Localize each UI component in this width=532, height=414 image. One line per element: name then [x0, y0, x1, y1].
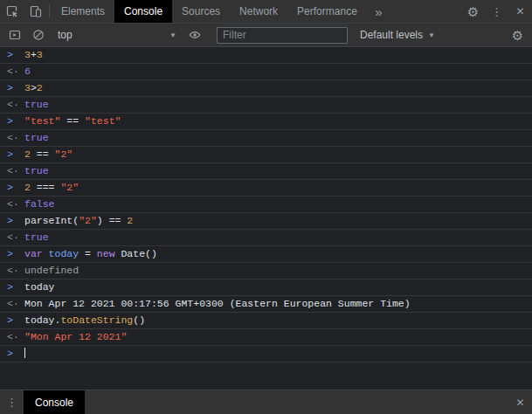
- tab-network[interactable]: Network: [230, 0, 287, 23]
- drawer-close-button[interactable]: ✕: [508, 390, 532, 414]
- console-result-row: <·true: [0, 130, 532, 147]
- inspect-cursor-icon: [5, 4, 19, 18]
- javascript-context-selector[interactable]: top ▼: [52, 26, 183, 44]
- drawer-bar: ⋮ Console ✕: [0, 390, 532, 414]
- log-levels-label: Default levels: [360, 29, 423, 41]
- console-input-row: >today: [0, 279, 532, 296]
- console-input-row: >parseInt("2") == 2: [0, 213, 532, 230]
- token: undefined: [24, 265, 79, 276]
- token: 6: [24, 66, 31, 77]
- token: ===: [31, 182, 61, 193]
- token: 2: [127, 215, 133, 226]
- token: 2: [24, 182, 31, 193]
- toolbar-divider: [49, 4, 50, 18]
- console-input-row: >var today = new Date(): [0, 246, 532, 263]
- token: 3: [24, 49, 31, 60]
- console-sidebar-icon: [8, 28, 22, 42]
- tab-elements[interactable]: Elements: [52, 0, 114, 23]
- settings-button[interactable]: ⚙: [461, 0, 485, 23]
- drawer-tab-console[interactable]: Console: [24, 390, 85, 414]
- text-cursor: [24, 348, 25, 358]
- console-message-text: Mon Apr 12 2021 00:17:56 GMT+0300 (Easte…: [24, 298, 525, 310]
- console-message-text: "Mon Apr 12 2021": [24, 331, 525, 343]
- tab-console[interactable]: Console: [114, 0, 172, 23]
- drawer-menu-button[interactable]: ⋮: [0, 390, 24, 414]
- token: parseInt(: [24, 215, 79, 226]
- console-output[interactable]: >3+3<·6>3>2<·true>"test" == "test"<·true…: [0, 47, 532, 390]
- main-menu-button[interactable]: ⋮: [485, 0, 508, 23]
- token: Mon Apr 12 2021 00:17:56 GMT+0300 (Easte…: [24, 298, 411, 309]
- token: >: [31, 82, 37, 93]
- prompt-chevron-icon: >: [7, 248, 24, 260]
- console-prompt-row[interactable]: >: [0, 346, 532, 362]
- device-toolbar-button[interactable]: [24, 0, 47, 23]
- console-result-row: <·true: [0, 163, 532, 180]
- console-input-row: >2 === "2": [0, 180, 532, 197]
- token: ==: [31, 148, 55, 160]
- token: toDateString: [60, 314, 133, 326]
- console-message-text: 2 == "2": [24, 148, 525, 161]
- console-message-text: [24, 348, 525, 360]
- more-tabs-chevron-icon: »: [375, 5, 382, 18]
- token: true: [24, 99, 49, 110]
- close-devtools-button[interactable]: ✕: [508, 0, 532, 23]
- inspect-element-button[interactable]: [0, 0, 24, 23]
- console-sidebar-toggle-button[interactable]: [3, 28, 26, 42]
- console-result-row: <·"Mon Apr 12 2021": [0, 329, 532, 346]
- token: false: [24, 198, 55, 210]
- drawer-spacer: [85, 390, 508, 414]
- console-message-text: var today = new Date(): [24, 248, 525, 260]
- prompt-chevron-icon: >: [7, 115, 24, 128]
- chevron-down-icon: ▼: [169, 31, 176, 39]
- output-arrow-icon: <·: [7, 66, 24, 78]
- eye-icon: [188, 28, 202, 42]
- device-toolbar-icon: [29, 4, 43, 18]
- more-tabs-button[interactable]: »: [367, 0, 390, 23]
- console-message-text: true: [24, 231, 525, 244]
- tab-performance[interactable]: Performance: [287, 0, 367, 23]
- console-message-text: 3+3: [24, 49, 525, 61]
- output-arrow-icon: <·: [7, 165, 24, 177]
- token: today: [24, 281, 55, 293]
- devtools-window: ElementsConsoleSourcesNetworkPerformance…: [0, 0, 532, 414]
- console-result-row: <·true: [0, 97, 532, 114]
- token: Date(): [121, 248, 156, 259]
- tab-sources[interactable]: Sources: [172, 0, 230, 23]
- output-arrow-icon: <·: [7, 99, 24, 111]
- live-expression-button[interactable]: [183, 28, 206, 42]
- output-arrow-icon: <·: [7, 231, 24, 244]
- console-input-row: >"test" == "test": [0, 114, 532, 130]
- prompt-chevron-icon: >: [7, 314, 24, 327]
- log-levels-dropdown[interactable]: Default levels ▼: [360, 29, 435, 41]
- token: 2: [37, 82, 43, 93]
- console-input-row: >3+3: [0, 47, 532, 64]
- console-result-row: <·6: [0, 64, 532, 80]
- console-result-row: <·Mon Apr 12 2021 00:17:56 GMT+0300 (Eas…: [0, 296, 532, 313]
- gear-icon: ⚙: [467, 5, 479, 18]
- close-icon: ✕: [515, 6, 524, 17]
- token: "test": [85, 115, 121, 127]
- token: true: [24, 231, 49, 243]
- output-arrow-icon: <·: [7, 132, 24, 144]
- console-result-row: <·undefined: [0, 263, 532, 279]
- output-arrow-icon: <·: [7, 265, 24, 277]
- token: today.: [24, 314, 60, 326]
- token: var: [24, 248, 49, 259]
- prompt-chevron-icon: >: [7, 148, 24, 161]
- tabbar-spacer: [390, 0, 461, 23]
- token: +: [31, 49, 37, 60]
- console-message-text: "test" == "test": [24, 115, 525, 128]
- prompt-chevron-icon: >: [7, 348, 24, 360]
- console-message-text: true: [24, 99, 525, 111]
- kebab-menu-icon: ⋮: [491, 6, 502, 17]
- clear-console-icon: [31, 28, 45, 42]
- output-arrow-icon: <·: [7, 298, 24, 310]
- console-settings-button[interactable]: ⚙: [506, 29, 529, 42]
- console-toolbar: top ▼ Default levels ▼ ⚙: [0, 24, 532, 47]
- clear-console-button[interactable]: [26, 28, 50, 42]
- console-message-text: false: [24, 198, 525, 210]
- token: 3: [24, 82, 31, 93]
- filter-input[interactable]: [217, 27, 348, 44]
- console-result-row: <·true: [0, 230, 532, 246]
- prompt-chevron-icon: >: [7, 49, 24, 61]
